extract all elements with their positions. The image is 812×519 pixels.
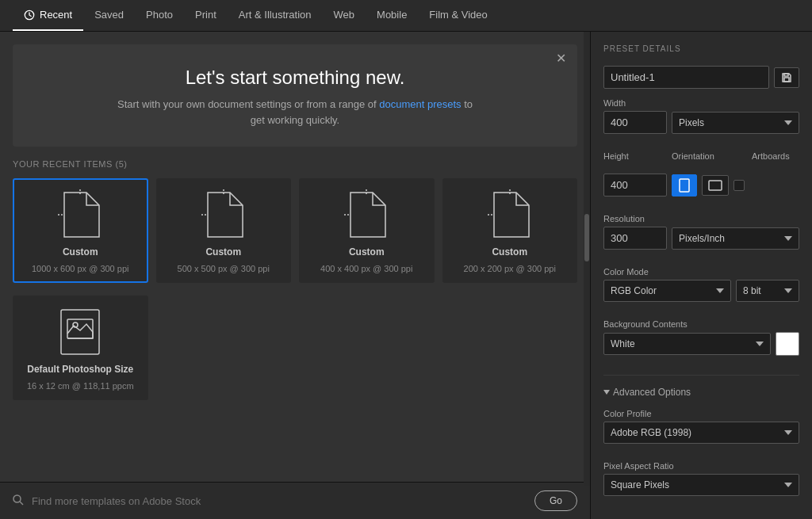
color-profile-label: Color Profile xyxy=(603,409,799,418)
search-bar: Go xyxy=(0,482,590,519)
svg-line-13 xyxy=(20,502,23,505)
photoshop-default-item[interactable]: Default Photoshop Size 16 x 12 cm @ 118,… xyxy=(13,296,148,400)
pixel-ratio-field-row: Square Pixels xyxy=(603,474,799,496)
document-icon-2 xyxy=(344,189,389,240)
ps-item-size: 16 x 12 cm @ 118,11 ppcm xyxy=(27,381,134,391)
tab-saved[interactable]: Saved xyxy=(83,0,135,31)
svg-rect-16 xyxy=(680,179,689,192)
h-o-a-row xyxy=(603,174,799,197)
color-profile-select[interactable]: Adobe RGB (1998) xyxy=(603,422,799,444)
background-color-swatch[interactable] xyxy=(776,332,799,356)
welcome-title: Let's start something new. xyxy=(29,67,561,89)
recent-item-1[interactable]: Custom 500 x 500 px @ 300 ppi xyxy=(156,178,292,283)
recent-section: YOUR RECENT ITEMS (5) Custom 1000 x 600 … xyxy=(0,147,590,482)
resolution-input[interactable] xyxy=(603,227,667,250)
tab-photo[interactable]: Photo xyxy=(135,0,184,31)
landscape-icon xyxy=(708,179,722,192)
right-panel: PRESET DETAILS Width Pixels xyxy=(590,32,812,519)
item-name-1: Custom xyxy=(205,246,241,258)
item-name-0: Custom xyxy=(63,246,98,258)
pixel-ratio-select[interactable]: Square Pixels xyxy=(603,474,799,496)
artboards-label: Artboards xyxy=(752,151,799,161)
resolution-field-row: Pixels/Inch xyxy=(603,227,799,250)
background-field-row: White xyxy=(603,332,799,356)
left-panel: ✕ Let's start something new. Start with … xyxy=(0,32,590,519)
preset-details-label: PRESET DETAILS xyxy=(603,44,799,53)
divider xyxy=(603,375,799,376)
tab-art[interactable]: Art & Illustration xyxy=(228,0,323,31)
tab-film[interactable]: Film & Video xyxy=(418,0,498,31)
recent-item-0[interactable]: Custom 1000 x 600 px @ 300 ppi xyxy=(13,178,148,283)
color-profile-field-row: Adobe RGB (1998) xyxy=(603,422,799,444)
recent-label: YOUR RECENT ITEMS (5) xyxy=(13,159,577,169)
pixel-ratio-section: Pixel Aspect Ratio Square Pixels xyxy=(603,461,799,504)
main-layout: ✕ Let's start something new. Start with … xyxy=(0,32,812,519)
preset-name-row xyxy=(603,66,799,89)
svg-point-12 xyxy=(13,495,21,502)
top-nav: Recent Saved Photo Print Art & Illustrat… xyxy=(0,0,812,32)
go-button[interactable]: Go xyxy=(534,490,577,511)
save-icon xyxy=(781,72,792,83)
height-input[interactable] xyxy=(603,174,667,197)
preset-name-input[interactable] xyxy=(603,66,769,89)
width-field-row: Pixels xyxy=(603,111,799,134)
welcome-subtitle: Start with your own document settings or… xyxy=(29,97,561,128)
recent-grid: Custom 1000 x 600 px @ 300 ppi Custom 50… xyxy=(13,178,577,283)
width-input[interactable] xyxy=(603,111,667,134)
tab-web[interactable]: Web xyxy=(323,0,366,31)
chevron-down-icon xyxy=(603,390,610,395)
resolution-unit-select[interactable]: Pixels/Inch xyxy=(672,227,799,250)
welcome-card: ✕ Let's start something new. Start with … xyxy=(13,44,577,147)
color-mode-select[interactable]: RGB Color xyxy=(603,280,731,302)
item-name-2: Custom xyxy=(349,246,385,258)
tab-mobile[interactable]: Mobile xyxy=(366,0,418,31)
portrait-button[interactable] xyxy=(672,174,697,197)
document-icon-3 xyxy=(488,189,532,240)
resolution-label: Resolution xyxy=(603,214,799,223)
portrait-icon xyxy=(678,178,691,193)
svg-rect-17 xyxy=(709,181,722,190)
photoshop-doc-icon xyxy=(58,307,102,357)
search-input[interactable] xyxy=(32,495,527,507)
item-size-3: 200 x 200 px @ 300 ppi xyxy=(464,264,556,273)
recent-item-3[interactable]: Custom 200 x 200 px @ 300 ppi xyxy=(442,178,578,283)
artboard-checkbox[interactable] xyxy=(733,180,745,191)
background-label: Background Contents xyxy=(603,319,799,329)
pixel-ratio-label: Pixel Aspect Ratio xyxy=(603,461,799,471)
orientation-label: Orientation xyxy=(672,151,747,161)
tab-print[interactable]: Print xyxy=(184,0,228,31)
background-select[interactable]: White xyxy=(603,333,771,355)
color-mode-field-row: RGB Color 8 bit xyxy=(603,280,799,302)
item-size-2: 400 x 400 px @ 300 ppi xyxy=(320,264,412,273)
ps-item-name: Default Photoshop Size xyxy=(27,364,133,375)
document-icon-1 xyxy=(201,189,246,240)
width-unit-select[interactable]: Pixels xyxy=(672,112,799,134)
tab-recent[interactable]: Recent xyxy=(13,0,83,31)
background-section: Background Contents White xyxy=(603,319,799,364)
color-profile-section: Color Profile Adobe RGB (1998) xyxy=(603,409,799,452)
recent-item-2[interactable]: Custom 400 x 400 px @ 300 ppi xyxy=(299,178,435,283)
bit-depth-select[interactable]: 8 bit xyxy=(736,280,799,302)
color-mode-label: Color Mode xyxy=(603,267,799,277)
height-label: Height xyxy=(603,151,667,161)
item-size-1: 500 x 500 px @ 300 ppi xyxy=(178,264,270,273)
width-label: Width xyxy=(603,98,799,108)
right-bottom: Create Close xyxy=(603,513,799,519)
close-button[interactable]: ✕ xyxy=(556,52,566,65)
width-section: Width Pixels xyxy=(603,98,799,142)
svg-rect-15 xyxy=(784,74,788,76)
recent-row2: Default Photoshop Size 16 x 12 cm @ 118,… xyxy=(13,296,577,400)
advanced-toggle[interactable]: Advanced Options xyxy=(603,387,799,398)
save-preset-button[interactable] xyxy=(774,67,799,88)
landscape-button[interactable] xyxy=(702,175,729,196)
scrollbar-thumb[interactable] xyxy=(584,214,589,261)
resolution-section: Resolution Pixels/Inch xyxy=(603,214,799,258)
svg-rect-14 xyxy=(784,78,789,82)
document-presets-link[interactable]: document presets xyxy=(379,98,461,110)
orientation-row xyxy=(672,174,745,197)
item-name-3: Custom xyxy=(492,246,527,258)
svg-rect-9 xyxy=(61,310,99,354)
color-mode-section: Color Mode RGB Color 8 bit xyxy=(603,267,799,310)
h-o-a-labels: Height Orientation Artboards xyxy=(603,151,799,161)
scrollbar-track[interactable] xyxy=(584,32,590,486)
